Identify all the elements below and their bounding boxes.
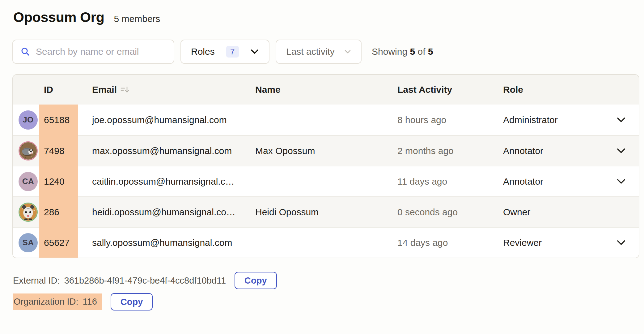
external-id-value: 361b286b-4f91-479c-be4f-4cc8df10bd11 <box>64 276 226 285</box>
table-row: 7498 max.opossum@humansignal.com Max Opo… <box>13 135 639 166</box>
member-role: Reviewer <box>503 238 542 248</box>
external-id-text: External ID: 361b286b-4f91-479c-be4f-4cc… <box>13 276 226 286</box>
opossum-on-ground-avatar <box>19 141 38 161</box>
member-email: heidi.opossum@humansignal.co… <box>78 207 255 217</box>
external-id-label: External ID: <box>13 276 60 285</box>
roles-filter-dropdown[interactable]: Roles 7 <box>180 40 269 64</box>
search-input[interactable] <box>36 46 166 57</box>
organization-id-value: 116 <box>83 297 97 306</box>
title-row: Opossum Org 5 members <box>12 9 639 25</box>
roles-filter-label: Roles <box>191 46 215 57</box>
member-role-cell: Owner <box>503 207 639 217</box>
member-email: joe.opossum@humansignal.com <box>78 115 255 125</box>
copy-organization-id-button[interactable]: Copy <box>111 293 153 310</box>
roles-count-badge: 7 <box>226 46 239 58</box>
table-header-row: ID Email Name Last Activity Role <box>13 75 639 105</box>
external-id-row: External ID: 361b286b-4f91-479c-be4f-4cc… <box>13 272 639 289</box>
member-email: caitlin.opossum@humansignal.c… <box>78 176 255 187</box>
sort-descending-icon[interactable] <box>121 86 130 94</box>
chevron-down-icon <box>344 49 351 54</box>
table-row: CA 1240 caitlin.opossum@humansignal.c… 1… <box>13 166 639 196</box>
chevron-down-icon[interactable] <box>616 148 626 154</box>
member-id: 65627 <box>39 238 78 248</box>
column-header-email[interactable]: Email <box>78 84 255 95</box>
table-row: SA 65627 sally.opossum@humansignal.com 1… <box>13 227 639 258</box>
avatar-cell <box>13 141 39 161</box>
search-box[interactable] <box>12 40 174 64</box>
chevron-down-icon[interactable] <box>616 178 626 184</box>
member-id: 65188 <box>39 115 78 125</box>
avatar-cell: JO <box>13 110 39 130</box>
member-last-activity: 8 hours ago <box>397 115 503 125</box>
member-email: max.opossum@humansignal.com <box>78 146 255 156</box>
page-title: Opossum Org <box>13 9 104 25</box>
member-role: Annotator <box>503 176 543 187</box>
avatar-initials: JO <box>19 110 38 130</box>
avatar-initials: CA <box>19 172 38 191</box>
member-role-cell: Annotator <box>503 176 639 187</box>
column-header-email-label: Email <box>92 84 117 95</box>
chevron-down-icon <box>250 49 259 54</box>
organization-id-text: Organization ID: 116 <box>13 293 102 310</box>
member-id: 1240 <box>39 176 78 187</box>
member-name: Heidi Opossum <box>255 207 397 217</box>
organization-id-row: Organization ID: 116 Copy <box>13 293 639 310</box>
last-activity-sort-dropdown[interactable]: Last activity <box>276 40 362 64</box>
organization-members-page: Opossum Org 5 members Roles 7 Last activ <box>0 0 644 310</box>
member-role-cell: Administrator <box>503 115 639 125</box>
organization-id-label: Organization ID: <box>14 297 78 306</box>
member-count: 5 members <box>114 14 160 24</box>
showing-shown: 5 <box>410 46 415 57</box>
column-header-name: Name <box>255 84 397 95</box>
avatar-cell: SA <box>13 233 39 252</box>
member-last-activity: 2 months ago <box>397 146 503 156</box>
table-body: JO 65188 joe.opossum@humansignal.com 8 h… <box>13 105 639 258</box>
table-row: 286 heidi.opossum@humansignal.co… Heidi … <box>13 196 639 227</box>
search-icon <box>20 47 30 57</box>
member-role-cell: Reviewer <box>503 238 639 248</box>
chevron-down-icon[interactable] <box>616 240 626 246</box>
member-role: Administrator <box>503 115 558 125</box>
member-last-activity: 11 days ago <box>397 176 503 187</box>
avatar-cell: CA <box>13 172 39 191</box>
member-last-activity: 14 days ago <box>397 238 503 248</box>
member-last-activity: 0 seconds ago <box>397 207 503 217</box>
chevron-down-icon[interactable] <box>616 117 626 123</box>
column-header-last-activity: Last Activity <box>397 84 503 95</box>
member-role: Annotator <box>503 146 543 156</box>
copy-external-id-button[interactable]: Copy <box>235 272 277 289</box>
avatar-cell <box>13 203 39 222</box>
column-header-role: Role <box>503 84 639 95</box>
member-id: 286 <box>39 207 78 217</box>
avatar-initials: SA <box>19 233 38 252</box>
showing-of: of <box>417 46 425 57</box>
filter-row: Roles 7 Last activity Showing 5 of 5 <box>12 40 639 64</box>
members-table: ID Email Name Last Activity Role JO 6518… <box>12 74 639 258</box>
showing-count: Showing 5 of 5 <box>372 46 433 57</box>
member-email: sally.opossum@humansignal.com <box>78 238 255 248</box>
opossum-face-avatar <box>19 203 38 222</box>
showing-total: 5 <box>428 46 433 57</box>
column-header-id: ID <box>39 84 78 95</box>
member-role-cell: Annotator <box>503 146 639 156</box>
showing-prefix: Showing <box>372 46 407 57</box>
member-id: 7498 <box>39 146 78 156</box>
table-row: JO 65188 joe.opossum@humansignal.com 8 h… <box>13 105 639 135</box>
last-activity-label: Last activity <box>286 46 335 57</box>
member-name: Max Opossum <box>255 146 397 156</box>
member-role: Owner <box>503 207 530 217</box>
